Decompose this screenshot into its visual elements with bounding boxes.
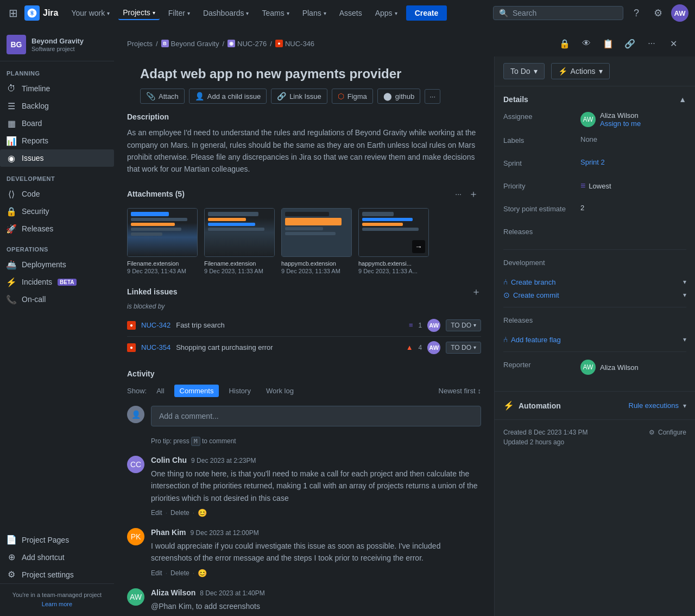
emoji-button-0[interactable]: 😊: [198, 508, 207, 517]
add-feature-flag-row: ⑃ Add feature flag ▾: [503, 335, 686, 344]
apps-nav[interactable]: Apps ▾: [371, 7, 402, 20]
linked-issue-key-0[interactable]: NUC-342: [141, 321, 170, 329]
assets-nav[interactable]: Assets: [335, 7, 367, 20]
settings-button[interactable]: ⚙: [649, 4, 667, 22]
attachment-item[interactable]: happymcb.extension 9 Dec 2023, 11:33 AM: [281, 208, 352, 274]
sidebar-item-backlog[interactable]: ☰ Backlog: [0, 97, 114, 115]
assign-to-me-link[interactable]: Assign to me: [600, 120, 641, 128]
sidebar-footer-text: You're in a team-managed project Learn m…: [7, 590, 108, 609]
attach-button[interactable]: 📎 Attach: [140, 89, 185, 104]
attachment-item[interactable]: Filename.extension 9 Dec 2023, 11:33 AM: [204, 208, 275, 274]
breadcrumb-projects[interactable]: Projects: [127, 40, 153, 48]
share-button[interactable]: 🔗: [621, 35, 639, 52]
linked-issue-key-1[interactable]: NUC-354: [141, 343, 170, 351]
close-button[interactable]: ✕: [665, 35, 682, 52]
sidebar-item-incidents[interactable]: ⚡ Incidents BETA: [0, 273, 114, 291]
sidebar-item-add-shortcut[interactable]: ⊕ Add shortcut: [0, 549, 114, 566]
link-issue-button[interactable]: 🔗 Link Issue: [271, 89, 327, 104]
deployments-icon: 🚢: [7, 260, 16, 269]
more-button[interactable]: ···: [643, 35, 660, 52]
configure-button[interactable]: ⚙ Configure: [649, 429, 686, 436]
breadcrumb-parent-issue[interactable]: ◉ NUC-276: [228, 40, 267, 48]
sprint-link[interactable]: Sprint 2: [580, 158, 605, 166]
delete-comment-0[interactable]: Delete: [170, 509, 189, 517]
linked-story-pts-1: 4: [419, 344, 422, 351]
more-icon: ···: [429, 92, 435, 100]
lightning-icon: ⚡: [558, 67, 567, 76]
sidebar-item-project-pages[interactable]: 📄 Project Pages: [0, 531, 114, 549]
activity-sort[interactable]: Newest first ↕: [439, 387, 481, 395]
sidebar-item-board[interactable]: ▦ Board: [0, 115, 114, 132]
comment-input[interactable]: Add a comment...: [151, 406, 481, 426]
watch-button[interactable]: 👁: [578, 35, 595, 52]
project-settings-icon: ⚙: [7, 570, 16, 580]
edit-comment-1[interactable]: Edit: [151, 569, 162, 577]
breadcrumb-project[interactable]: B Beyond Gravity: [161, 40, 219, 48]
activity-header: Activity: [127, 369, 481, 378]
comment-meta-2: Aliza Wilson 8 Dec 2023 at 1:40PM: [151, 588, 481, 597]
copy-button[interactable]: 📋: [599, 35, 617, 52]
actions-button[interactable]: ⚡ Actions ▾: [551, 63, 610, 79]
filter-comments[interactable]: Comments: [174, 385, 219, 397]
more-toolbar-button[interactable]: ···: [425, 89, 440, 104]
grid-icon[interactable]: ⊞: [7, 4, 20, 22]
learn-more-link[interactable]: Learn more: [42, 601, 72, 607]
attachments-add-button[interactable]: ＋: [466, 186, 481, 202]
pro-tip: Pro tip: press M to comment: [151, 437, 481, 445]
security-icon: 🔒: [7, 206, 16, 216]
create-commit-link[interactable]: ⊙ Create commit: [503, 291, 559, 299]
projects-nav[interactable]: Projects ▾: [118, 6, 160, 20]
sidebar-item-oncall[interactable]: 📞 On-call: [0, 291, 114, 308]
linked-issue-title-0: Fast trip search: [176, 321, 403, 329]
linked-issues-add-button[interactable]: ＋: [471, 285, 481, 298]
emoji-button-1[interactable]: 😊: [198, 569, 207, 577]
sidebar-item-issues[interactable]: ◉ Issues: [0, 149, 114, 167]
todo-status-1[interactable]: TO DO ▾: [446, 342, 481, 354]
top-navigation: ⊞ Jira Your work ▾ Projects ▾ Filter ▾ D…: [0, 0, 695, 26]
filter-nav[interactable]: Filter ▾: [164, 7, 194, 20]
filter-history[interactable]: History: [223, 385, 256, 397]
plans-nav[interactable]: Plans ▾: [298, 7, 331, 20]
create-branch-link[interactable]: ⑃ Create branch: [503, 278, 555, 286]
sidebar-item-reports[interactable]: 📊 Reports: [0, 132, 114, 149]
sidebar-item-releases[interactable]: 🚀 Releases: [0, 220, 114, 237]
attachments-section: Attachments (5) ··· ＋: [127, 186, 481, 274]
logo[interactable]: Jira: [24, 5, 58, 21]
filter-all[interactable]: All: [151, 385, 169, 397]
sidebar-item-project-settings[interactable]: ⚙ Project settings: [0, 566, 114, 583]
beta-badge: BETA: [58, 279, 76, 286]
sidebar-item-security[interactable]: 🔒 Security: [0, 203, 114, 220]
sidebar-item-deployments[interactable]: 🚢 Deployments: [0, 256, 114, 273]
your-work-nav[interactable]: Your work ▾: [67, 7, 114, 20]
automation-header[interactable]: ⚡ Automation Rule executions ▾: [503, 400, 686, 411]
create-button[interactable]: Create: [406, 5, 447, 21]
sidebar-item-code[interactable]: ⟨⟩ Code: [0, 185, 114, 203]
add-child-issue-button[interactable]: 👤 Add a child issue: [189, 89, 267, 104]
attachment-arrow[interactable]: →: [412, 240, 425, 253]
github-button[interactable]: ⬤ github: [377, 89, 420, 104]
edit-comment-0[interactable]: Edit: [151, 509, 162, 517]
user-avatar[interactable]: AW: [671, 4, 688, 22]
attachments-more-button[interactable]: ···: [455, 190, 462, 198]
dashboards-nav[interactable]: Dashboards ▾: [199, 7, 254, 20]
attachment-item[interactable]: → happymcb.extensi... 9 Dec 2023, 11:33 …: [358, 208, 429, 274]
comment-actions-1: Edit · Delete · 😊: [151, 569, 481, 577]
attachment-item[interactable]: Filename.extension 9 Dec 2023, 11:43 AM: [127, 208, 198, 274]
attachment-thumb: [281, 208, 352, 257]
attachment-date-2: 9 Dec 2023, 11:33 AM: [281, 268, 352, 274]
rule-executions-link[interactable]: Rule executions: [629, 401, 679, 410]
sidebar-item-timeline[interactable]: ⏱ Timeline: [0, 80, 114, 97]
filter-worklog[interactable]: Work log: [261, 385, 299, 397]
delete-comment-1[interactable]: Delete: [170, 569, 189, 577]
add-feature-flag-link[interactable]: ⑃ Add feature flag: [503, 335, 561, 344]
teams-nav[interactable]: Teams ▾: [257, 7, 293, 20]
search-box[interactable]: 🔍 Search: [493, 6, 623, 20]
figma-button[interactable]: ⬡ Figma: [332, 89, 373, 104]
comment-author-1: Phan Kim: [151, 528, 186, 537]
lock-button[interactable]: 🔒: [556, 35, 573, 52]
todo-status-0[interactable]: TO DO ▾: [446, 319, 481, 331]
board-icon: ▦: [7, 118, 16, 128]
help-button[interactable]: ?: [628, 4, 645, 22]
details-toggle[interactable]: Details ▲: [503, 95, 686, 104]
status-button[interactable]: To Do ▾: [503, 63, 545, 79]
